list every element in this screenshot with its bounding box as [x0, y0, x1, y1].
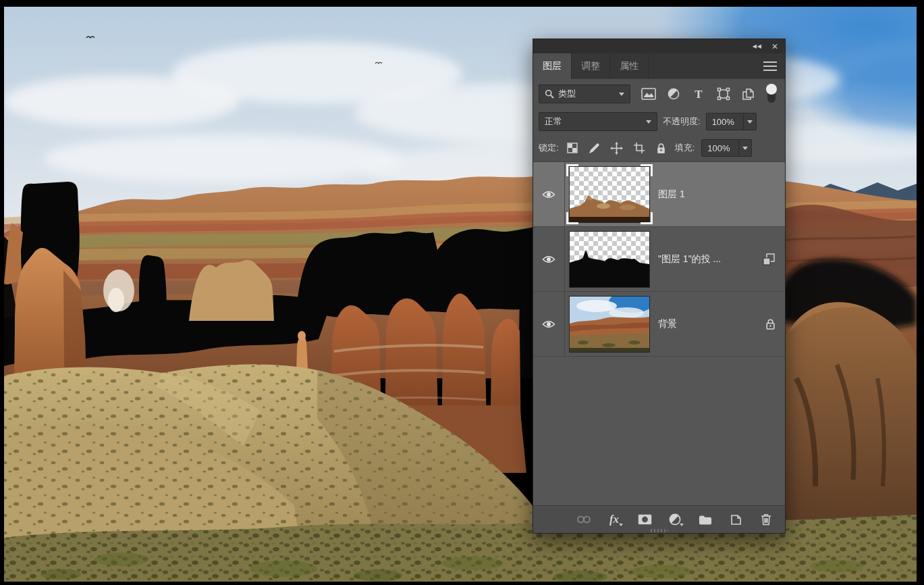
layers-panel: ◀◀ ✕ 图层 调整 属性 类型 — [533, 39, 786, 534]
layer-list-empty-area[interactable] — [533, 357, 785, 505]
lock-pixels-icon[interactable] — [588, 141, 601, 155]
layer-list: 图层 1 "图层 1"的投 ... — [533, 161, 785, 505]
layer-thumbnail-cell — [565, 162, 658, 226]
filter-kind-dropdown[interactable]: 类型 — [539, 84, 630, 103]
layer-row-layer1[interactable]: 图层 1 — [533, 162, 785, 227]
filter-shape-icon[interactable] — [716, 86, 731, 101]
panel-header: ◀◀ ✕ — [533, 39, 785, 53]
layer-thumbnail-cell — [565, 227, 658, 291]
filter-kind-value: 类型 — [558, 88, 576, 100]
panel-resize-grip[interactable] — [651, 529, 668, 532]
lock-row: 锁定: 填充: 100% — [533, 134, 785, 161]
visibility-cell[interactable] — [533, 227, 565, 291]
layer-name[interactable]: 图层 1 — [658, 162, 685, 226]
mask-icon[interactable] — [637, 512, 652, 527]
chevron-down-icon — [646, 120, 651, 124]
background-thumbnail[interactable] — [569, 296, 650, 353]
fill-value: 100% — [702, 143, 738, 153]
visibility-cell[interactable] — [533, 292, 565, 356]
adjustment-icon[interactable] — [668, 512, 682, 527]
eye-icon — [542, 190, 555, 199]
caret-down-icon — [619, 524, 623, 526]
fill-input[interactable]: 100% — [701, 139, 752, 157]
opacity-value: 100% — [707, 117, 743, 127]
folder-icon[interactable] — [698, 512, 713, 527]
layer-row-shadow[interactable]: "图层 1"的投 ... — [533, 227, 785, 292]
fill-label: 填充: — [675, 142, 695, 154]
tab-properties[interactable]: 属性 — [610, 53, 649, 79]
blend-mode-dropdown[interactable]: 正常 — [539, 112, 657, 131]
filter-smart-object-icon[interactable] — [741, 86, 756, 101]
eye-icon — [542, 255, 555, 264]
trash-icon[interactable] — [759, 512, 773, 527]
tab-layers[interactable]: 图层 — [533, 53, 572, 79]
selection-bracket — [641, 212, 653, 224]
opacity-input[interactable]: 100% — [706, 113, 757, 130]
panel-menu-icon[interactable] — [763, 61, 777, 72]
filter-adjustment-icon[interactable] — [666, 86, 681, 101]
close-icon[interactable]: ✕ — [771, 43, 778, 51]
blend-row: 正常 不透明度: 100% — [533, 109, 785, 134]
opacity-chevron[interactable] — [743, 113, 756, 130]
lock-transparent-icon[interactable] — [566, 141, 579, 155]
layer-name[interactable]: 背景 — [658, 292, 677, 356]
layer-name[interactable]: "图层 1"的投 ... — [658, 227, 721, 291]
background-lock-icon[interactable] — [765, 292, 785, 356]
lock-artboard-icon[interactable] — [632, 141, 646, 155]
opacity-label: 不透明度: — [663, 116, 701, 128]
collapse-icon[interactable]: ◀◀ — [753, 44, 762, 49]
link-icon[interactable] — [576, 512, 591, 527]
photoshop-workspace: ◀◀ ✕ 图层 调整 属性 类型 — [0, 0, 924, 585]
chevron-down-icon — [619, 93, 624, 96]
layer1-thumbnail[interactable] — [569, 166, 650, 223]
new-layer-icon[interactable] — [728, 512, 743, 527]
lock-all-icon[interactable] — [655, 141, 668, 155]
filter-type-icon[interactable]: T — [691, 86, 706, 101]
selection-bracket — [641, 164, 653, 176]
shadow-layer-thumbnail[interactable] — [569, 231, 650, 288]
layer-style-badge-icon[interactable] — [762, 227, 785, 291]
selection-bracket — [566, 164, 578, 176]
eye-icon — [542, 320, 555, 329]
search-icon — [545, 89, 554, 99]
tab-adjustments[interactable]: 调整 — [572, 53, 610, 79]
filter-type-buttons: T — [641, 86, 756, 101]
lock-label: 锁定: — [539, 142, 559, 154]
selection-bracket — [566, 212, 578, 224]
visibility-cell[interactable] — [533, 162, 565, 226]
filter-row: 类型 T — [533, 79, 785, 109]
caret-down-icon — [680, 524, 684, 526]
blend-mode-value: 正常 — [545, 116, 562, 128]
layer-row-background[interactable]: 背景 — [533, 292, 785, 357]
fx-icon[interactable]: fx — [607, 512, 622, 527]
filter-pixel-icon[interactable] — [641, 86, 656, 101]
panel-tabs: 图层 调整 属性 — [533, 53, 785, 79]
lock-position-icon[interactable] — [610, 141, 624, 155]
fill-chevron[interactable] — [738, 140, 751, 156]
panel-toolbar: fx — [533, 505, 785, 533]
layer-thumbnail-cell — [565, 292, 658, 356]
filter-toggle[interactable] — [765, 84, 778, 104]
